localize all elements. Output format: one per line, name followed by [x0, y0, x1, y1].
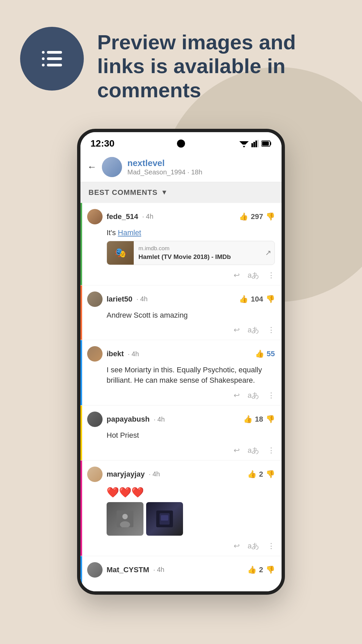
filter-bar: BEST COMMENTS ▼: [80, 182, 282, 203]
post-author-avatar: [102, 157, 122, 177]
svg-rect-5: [47, 64, 62, 66]
comment-bar: [80, 406, 82, 460]
svg-rect-15: [270, 142, 271, 145]
image-thumbnail[interactable]: [107, 502, 143, 536]
comment-avatar: [87, 467, 103, 482]
post-meta: Mad_Season_1994 · 18h: [127, 168, 274, 176]
comment-time: · 4h: [128, 350, 139, 358]
font-button[interactable]: aあ: [248, 325, 259, 335]
more-button[interactable]: ⋮: [267, 271, 275, 280]
comment-item: maryjayjay · 4h 👍 2 👎 ❤️❤️❤️: [80, 461, 282, 556]
back-button[interactable]: ←: [87, 162, 97, 172]
thumb-up-icon[interactable]: 👍: [247, 470, 256, 479]
comment-username: maryjayjay: [107, 470, 145, 479]
status-bar: 12:30: [80, 132, 282, 152]
comment-actions: ↩ aあ ⋮: [87, 443, 275, 457]
vote-count: 2: [259, 566, 263, 574]
font-button[interactable]: aあ: [248, 445, 259, 455]
vote-count: 104: [251, 295, 263, 304]
comment-username: Mat_CYSTM: [107, 566, 149, 574]
comment-user-info: ibekt · 4h: [87, 346, 139, 362]
svg-rect-3: [47, 57, 62, 60]
status-time: 12:30: [90, 138, 115, 149]
more-button[interactable]: ⋮: [267, 326, 275, 334]
signal-icon: [251, 140, 259, 147]
comment-user-info: fede_514 · 4h: [87, 209, 154, 224]
thumb-up-icon[interactable]: 👍: [247, 566, 256, 574]
image-grid: [107, 502, 275, 536]
comment-body: Andrew Scott is amazing: [107, 310, 275, 321]
comment-votes: 👍 55: [255, 350, 275, 358]
reply-button[interactable]: ↩: [234, 271, 240, 280]
comment-username: lariet50: [107, 295, 132, 304]
more-button[interactable]: ⋮: [267, 391, 275, 400]
comment-time: · 4h: [154, 416, 165, 423]
comment-bar: [80, 340, 82, 405]
svg-rect-0: [42, 51, 45, 54]
comment-item: ibekt · 4h 👍 55 I see Moriarty in this. …: [80, 340, 282, 406]
comment-actions: ↩ aあ ⋮: [87, 539, 275, 552]
thumb-down-icon[interactable]: 👎: [266, 415, 275, 424]
comment-votes: 👍 2 👎: [247, 470, 275, 479]
font-button[interactable]: aあ: [248, 541, 259, 551]
comment-actions: ↩ aあ ⋮: [87, 323, 275, 336]
comment-user-info: Mat_CYSTM · 4h: [87, 562, 164, 578]
comment-link[interactable]: Hamlet: [118, 228, 141, 237]
comment-user-info: lariet50 · 4h: [87, 291, 147, 307]
comment-header: maryjayjay · 4h 👍 2 👎: [87, 467, 275, 482]
thumb-up-icon[interactable]: 👍: [255, 350, 264, 358]
thumb-down-icon[interactable]: 👎: [266, 295, 275, 304]
reply-button[interactable]: ↩: [234, 326, 240, 334]
comment-text: I see Moriarty in this. Equally Psychoti…: [107, 366, 262, 384]
font-button[interactable]: aあ: [248, 390, 259, 400]
comment-time: · 4h: [153, 566, 164, 574]
vote-count: 18: [255, 415, 263, 424]
svg-rect-2: [42, 57, 45, 60]
battery-icon: [261, 140, 272, 147]
comment-votes: 👍 104 👎: [239, 295, 275, 304]
thumb-up-icon[interactable]: 👍: [239, 212, 248, 221]
thumb-up-icon[interactable]: 👍: [239, 295, 248, 304]
thumb-down-icon[interactable]: 👎: [266, 212, 275, 221]
comment-avatar: [87, 209, 103, 224]
font-button[interactable]: aあ: [248, 270, 259, 280]
promo-headline: Preview images and links is available in…: [97, 27, 342, 102]
post-user-info: nextlevel Mad_Season_1994 · 18h: [127, 158, 274, 176]
svg-rect-13: [257, 140, 259, 147]
more-button[interactable]: ⋮: [267, 446, 275, 455]
external-link-icon[interactable]: ↗: [262, 245, 275, 261]
link-preview[interactable]: 🎭 m.imdb.com Hamlet (TV Movie 2018) - IM…: [107, 241, 275, 265]
camera-dot: [177, 140, 185, 148]
reply-button[interactable]: ↩: [234, 542, 240, 550]
svg-rect-11: [253, 142, 255, 147]
filter-dropdown-icon[interactable]: ▼: [161, 189, 168, 196]
vote-count: 2: [259, 470, 263, 479]
more-button[interactable]: ⋮: [267, 542, 275, 550]
comment-votes: 👍 297 👎: [239, 212, 275, 221]
comment-votes: 👍 18 👎: [243, 415, 275, 424]
reply-button[interactable]: ↩: [234, 446, 240, 455]
phone-mockup: 12:30 ←: [77, 129, 285, 595]
thumb-up-icon[interactable]: 👍: [243, 415, 252, 424]
thumb-down-icon[interactable]: 👎: [266, 470, 275, 479]
svg-rect-12: [255, 141, 257, 147]
comment-actions: ↩ aあ ⋮: [87, 268, 275, 282]
comment-user-info: maryjayjay · 4h: [87, 467, 160, 482]
comment-text: It's: [107, 228, 118, 237]
promo-section: Preview images and links is available in…: [0, 0, 362, 122]
comment-body: Hot Priest: [107, 430, 275, 441]
link-preview-source: m.imdb.com: [138, 245, 257, 252]
link-preview-title: Hamlet (TV Movie 2018) - IMDb: [138, 253, 257, 261]
filter-label[interactable]: BEST COMMENTS: [88, 188, 158, 197]
image-thumbnail[interactable]: [146, 502, 183, 536]
post-username[interactable]: nextlevel: [127, 158, 274, 168]
reply-button[interactable]: ↩: [234, 391, 240, 400]
comment-avatar: [87, 562, 103, 578]
post-author-name: Mad_Season_1994: [127, 168, 185, 176]
comment-header: Mat_CYSTM · 4h 👍 2 👎: [87, 562, 275, 578]
comment-time: · 4h: [142, 213, 153, 220]
thumb-down-icon[interactable]: 👎: [266, 566, 275, 574]
svg-rect-10: [251, 143, 253, 147]
comment-username: fede_514: [107, 212, 138, 221]
comment-votes: 👍 2 👎: [247, 566, 275, 574]
